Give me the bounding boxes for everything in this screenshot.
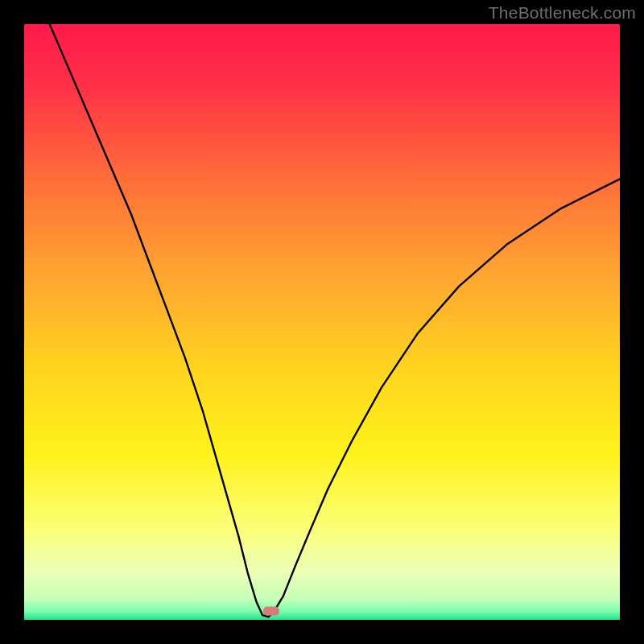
chart-frame: TheBottleneck.com	[0, 0, 644, 644]
bottleneck-curve	[50, 24, 620, 617]
optimal-marker	[263, 606, 279, 615]
watermark-text: TheBottleneck.com	[489, 3, 636, 23]
plot-area	[24, 24, 620, 620]
curve-layer	[24, 24, 620, 620]
